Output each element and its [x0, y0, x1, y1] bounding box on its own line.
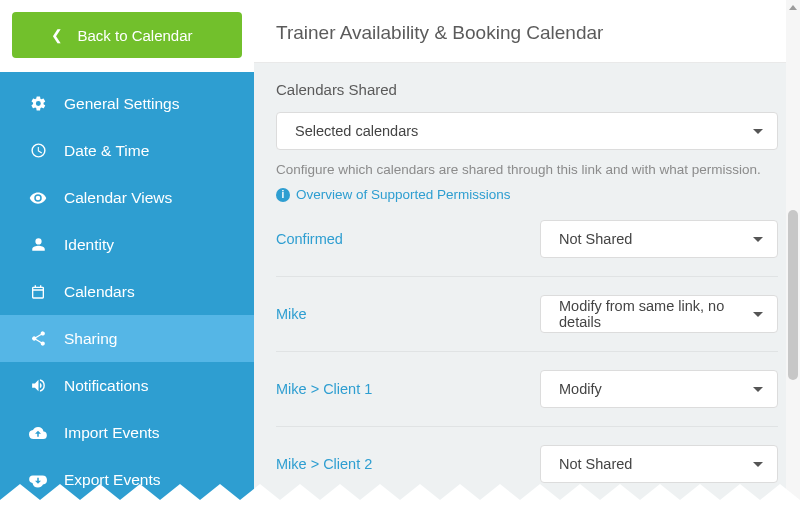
helper-text: Configure which calendars are shared thr… — [276, 162, 778, 177]
caret-down-icon — [753, 312, 763, 317]
calendar-row: Mike > Client 1 Modify — [276, 352, 778, 427]
caret-down-icon — [753, 462, 763, 467]
scroll-thumb[interactable] — [788, 210, 798, 380]
permissions-overview-link[interactable]: i Overview of Supported Permissions — [276, 187, 778, 202]
share-icon — [28, 330, 48, 347]
sidebar-item-general-settings[interactable]: General Settings — [0, 80, 254, 127]
sidebar-item-label: Calendar Views — [64, 189, 172, 207]
sidebar-item-date-time[interactable]: Date & Time — [0, 127, 254, 174]
select-value: Selected calendars — [295, 123, 418, 139]
cloud-download-icon — [28, 424, 48, 442]
permission-select[interactable]: Not Shared — [540, 445, 778, 483]
volume-icon — [28, 377, 48, 394]
select-value: Not Shared — [559, 456, 632, 472]
clock-icon — [28, 142, 48, 159]
scroll-down-button[interactable] — [786, 503, 800, 518]
chevron-left-icon: ❮ — [51, 27, 63, 43]
sidebar-item-label: Date & Time — [64, 142, 149, 160]
scroll-up-button[interactable] — [786, 0, 800, 15]
sidebar-item-label: Export Events — [64, 471, 161, 489]
sidebar-item-label: Import Events — [64, 424, 160, 442]
sidebar-item-label: General Settings — [64, 95, 179, 113]
sidebar-item-calendars[interactable]: Calendars — [0, 268, 254, 315]
calendar-name[interactable]: Mike — [276, 306, 307, 322]
permission-select[interactable]: Modify from same link, no details — [540, 295, 778, 333]
select-value: Modify — [559, 381, 602, 397]
sidebar-item-identity[interactable]: Identity — [0, 221, 254, 268]
calendar-name[interactable]: Confirmed — [276, 231, 343, 247]
sidebar-item-export-events[interactable]: Export Events — [0, 456, 254, 503]
sidebar-item-label: Notifications — [64, 377, 148, 395]
person-icon — [28, 237, 48, 252]
caret-down-icon — [753, 237, 763, 242]
calendar-row: Mike > Client 2 Not Shared — [276, 427, 778, 501]
calendar-icon — [28, 284, 48, 300]
select-value: Not Shared — [559, 231, 632, 247]
permission-select[interactable]: Not Shared — [540, 220, 778, 258]
gear-icon — [28, 95, 48, 112]
calendar-row: Mike Modify from same link, no details — [276, 277, 778, 352]
back-to-calendar-button[interactable]: ❮ Back to Calendar — [12, 12, 242, 58]
page-header: Trainer Availability & Booking Calendar — [254, 0, 800, 63]
caret-down-icon — [753, 387, 763, 392]
settings-sidebar: General Settings Date & Time Calendar Vi… — [0, 72, 254, 518]
calendar-name[interactable]: Mike > Client 2 — [276, 456, 372, 472]
sidebar-item-import-events[interactable]: Import Events — [0, 409, 254, 456]
eye-icon — [28, 189, 48, 207]
cloud-upload-icon — [28, 471, 48, 489]
select-value: Modify from same link, no details — [559, 298, 753, 330]
calendar-name[interactable]: Mike > Client 1 — [276, 381, 372, 397]
sidebar-item-label: Identity — [64, 236, 114, 254]
main-content: Calendars Shared Selected calendars Conf… — [254, 63, 800, 518]
back-label: Back to Calendar — [77, 27, 192, 44]
sidebar-item-sharing[interactable]: Sharing — [0, 315, 254, 362]
link-text: Overview of Supported Permissions — [296, 187, 511, 202]
info-icon: i — [276, 188, 290, 202]
vertical-scrollbar[interactable] — [786, 0, 800, 518]
sidebar-item-notifications[interactable]: Notifications — [0, 362, 254, 409]
sidebar-item-calendar-views[interactable]: Calendar Views — [0, 174, 254, 221]
caret-down-icon — [753, 129, 763, 134]
permission-select[interactable]: Modify — [540, 370, 778, 408]
calendar-row: Confirmed Not Shared — [276, 202, 778, 277]
section-title: Calendars Shared — [276, 81, 778, 98]
page-title: Trainer Availability & Booking Calendar — [276, 22, 800, 44]
calendars-mode-select[interactable]: Selected calendars — [276, 112, 778, 150]
sidebar-item-label: Sharing — [64, 330, 117, 348]
sidebar-item-label: Calendars — [64, 283, 135, 301]
